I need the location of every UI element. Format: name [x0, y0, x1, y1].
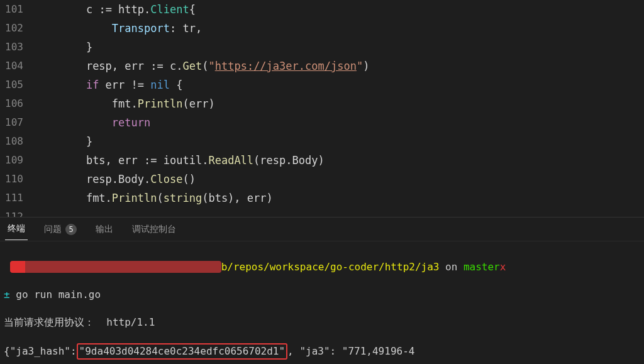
tab-problems[interactable]: 问题 5: [42, 219, 79, 240]
code-line[interactable]: fmt.Println(err): [35, 94, 644, 113]
code-line[interactable]: Transport: tr,: [35, 19, 644, 38]
tab-terminal[interactable]: 终端: [5, 218, 28, 240]
tab-debug-console[interactable]: 调试控制台: [130, 219, 179, 240]
code-line[interactable]: if err != nil {: [35, 75, 644, 94]
terminal-line-json1: {"ja3_hash":"9da403d04284ce0c234edfc0656…: [4, 343, 640, 360]
code-editor[interactable]: 101102103104105106107108109110111112 c :…: [0, 0, 644, 217]
bottom-panel: 终端 问题 5 输出 调试控制台 b/repos/workspace/go-co…: [0, 217, 644, 364]
line-number: 105: [0, 75, 23, 94]
code-line[interactable]: bts, err := ioutil.ReadAll(resp.Body): [35, 151, 644, 170]
problems-count-badge: 5: [65, 224, 77, 235]
code-line[interactable]: c := http.Client{: [35, 0, 644, 19]
line-number: 102: [0, 19, 23, 38]
line-number: 109: [0, 151, 23, 170]
line-number: 103: [0, 38, 23, 57]
redacted-block: [10, 261, 221, 273]
line-number: 106: [0, 94, 23, 113]
ja3-hash-highlight: "9da403d04284ce0c234edfc0656702d1": [77, 343, 288, 360]
code-line[interactable]: resp.Body.Close(): [35, 170, 644, 189]
prompt-symbol: ±: [4, 289, 10, 301]
git-dirty-icon: x: [500, 261, 506, 273]
terminal-cwd: b/repos/workspace/go-coder/http2/ja3: [221, 261, 440, 273]
line-number: 110: [0, 170, 23, 189]
tab-output[interactable]: 输出: [93, 219, 116, 240]
code-content[interactable]: c := http.Client{ Transport: tr, } resp,…: [35, 0, 644, 217]
code-line[interactable]: return: [35, 113, 644, 132]
code-line[interactable]: fmt.Println(string(bts), err): [35, 189, 644, 207]
code-line[interactable]: [35, 207, 644, 217]
code-line[interactable]: }: [35, 132, 644, 151]
terminal-line-prompt: b/repos/workspace/go-coder/http2/ja3 on …: [4, 260, 640, 274]
line-number-gutter: 101102103104105106107108109110111112: [0, 0, 35, 217]
line-number: 108: [0, 132, 23, 151]
panel-tabs: 终端 问题 5 输出 调试控制台: [0, 218, 644, 241]
line-number: 107: [0, 113, 23, 132]
terminal-line-cmd: ± go run main.go: [4, 288, 640, 302]
line-number: 104: [0, 57, 23, 75]
terminal-content[interactable]: b/repos/workspace/go-coder/http2/ja3 on …: [0, 241, 644, 364]
git-branch: master: [464, 261, 500, 273]
code-line[interactable]: resp, err := c.Get("https://ja3er.com/js…: [35, 57, 644, 75]
line-number: 111: [0, 189, 23, 207]
line-number: 101: [0, 0, 23, 19]
terminal-line-proto: 当前请求使用协议： http/1.1: [4, 316, 640, 329]
tab-problems-label: 问题: [44, 224, 62, 235]
code-line[interactable]: }: [35, 38, 644, 57]
line-number: 112: [0, 207, 23, 217]
